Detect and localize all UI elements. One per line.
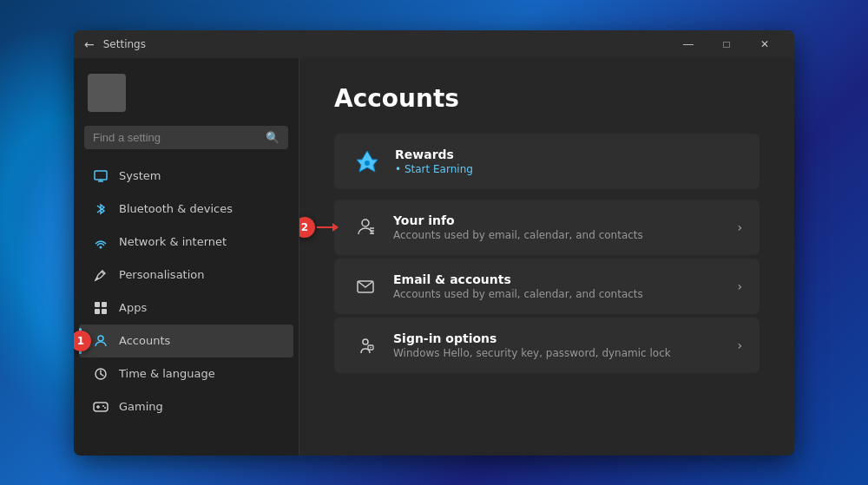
svg-rect-7 — [102, 302, 107, 307]
svg-rect-0 — [95, 171, 107, 180]
your-info-text: Your info Accounts used by email, calend… — [393, 213, 723, 241]
rewards-text: Rewards • Start Earning — [395, 147, 473, 175]
rewards-section[interactable]: Rewards • Start Earning — [334, 134, 760, 189]
main-content: Accounts Rewards • Start Earning — [299, 58, 794, 456]
your-info-item[interactable]: Your info Accounts used by email, calend… — [334, 200, 760, 255]
chevron-right-icon: › — [737, 220, 742, 234]
back-button[interactable]: ← — [84, 37, 95, 51]
network-icon — [93, 234, 108, 250]
sidebar-item-personalisation[interactable]: Personalisation — [79, 259, 293, 292]
sidebar-item-accounts[interactable]: Accounts 1 — [79, 324, 293, 357]
sidebar-item-apps[interactable]: Apps — [79, 292, 293, 324]
sidebar: 🔍 System — [74, 58, 299, 456]
annotation-2: 2 — [299, 217, 315, 238]
sidebar-item-system[interactable]: System — [79, 160, 293, 193]
page-title: Accounts — [334, 84, 760, 113]
email-accounts-description: Accounts used by email, calendar, and co… — [393, 288, 723, 300]
system-icon — [93, 168, 108, 184]
your-info-description: Accounts used by email, calendar, and co… — [393, 229, 723, 241]
close-button[interactable]: ✕ — [746, 30, 784, 58]
sign-in-title: Sign-in options — [393, 331, 723, 345]
email-accounts-text: Email & accounts Accounts used by email,… — [393, 272, 723, 300]
content-area: 🔍 System — [74, 58, 794, 456]
sidebar-item-gaming[interactable]: Gaming — [79, 390, 293, 423]
search-icon: 🔍 — [266, 131, 279, 144]
settings-window: ← Settings — □ ✕ 🔍 — [74, 30, 794, 456]
svg-point-10 — [98, 336, 103, 341]
sidebar-item-label: Personalisation — [119, 268, 205, 281]
svg-point-16 — [104, 407, 106, 409]
avatar-area — [74, 67, 299, 119]
personalisation-icon — [93, 267, 108, 283]
rewards-icon — [352, 146, 383, 177]
sidebar-item-bluetooth[interactable]: Bluetooth & devices — [79, 193, 293, 226]
sidebar-item-label: Network & internet — [119, 235, 227, 248]
svg-point-18 — [362, 220, 369, 226]
annotation-1: 1 — [74, 331, 91, 351]
svg-point-15 — [102, 405, 104, 407]
sidebar-item-label: System — [119, 169, 161, 182]
email-accounts-title: Email & accounts — [393, 272, 723, 286]
svg-point-26 — [370, 346, 372, 348]
svg-rect-8 — [95, 309, 100, 314]
time-icon — [93, 366, 108, 382]
window-controls: — □ ✕ — [669, 30, 784, 58]
chevron-right-icon: › — [737, 338, 742, 352]
chevron-right-icon: › — [737, 279, 742, 293]
sidebar-item-label: Gaming — [119, 400, 163, 413]
rewards-subtitle: • Start Earning — [395, 163, 473, 175]
apps-icon — [93, 300, 108, 316]
gaming-icon — [93, 399, 108, 415]
svg-point-3 — [100, 246, 102, 248]
window-title: Settings — [103, 38, 669, 50]
sign-in-text: Sign-in options Windows Hello, security … — [393, 331, 723, 359]
svg-rect-12 — [94, 403, 108, 411]
sidebar-item-time[interactable]: Time & language — [79, 357, 293, 390]
accounts-icon — [93, 333, 108, 349]
avatar — [88, 74, 126, 112]
annotation-arrow-2 — [317, 223, 339, 232]
sidebar-item-label: Accounts — [119, 334, 170, 347]
nav-items: System Bluetooth & devices — [74, 156, 299, 456]
sign-in-item[interactable]: Sign-in options Windows Hello, security … — [334, 318, 760, 373]
titlebar: ← Settings — □ ✕ — [74, 30, 794, 58]
svg-rect-6 — [95, 302, 100, 307]
search-input[interactable] — [93, 131, 259, 144]
minimize-button[interactable]: — — [669, 30, 707, 58]
svg-point-17 — [365, 161, 370, 166]
email-icon — [352, 272, 379, 300]
sign-in-icon — [352, 331, 379, 359]
your-info-icon — [352, 213, 379, 241]
rewards-title: Rewards — [395, 147, 473, 161]
sidebar-item-label: Time & language — [119, 367, 215, 380]
svg-point-24 — [363, 339, 368, 344]
sidebar-item-label: Bluetooth & devices — [119, 202, 233, 215]
bluetooth-icon — [93, 201, 108, 217]
svg-rect-9 — [102, 309, 107, 314]
your-info-title: Your info — [393, 213, 723, 227]
sidebar-item-network[interactable]: Network & internet — [79, 226, 293, 259]
sign-in-description: Windows Hello, security key, password, d… — [393, 347, 723, 359]
sidebar-item-label: Apps — [119, 301, 147, 314]
email-accounts-item[interactable]: Email & accounts Accounts used by email,… — [334, 259, 760, 314]
search-box[interactable]: 🔍 — [84, 126, 288, 149]
maximize-button[interactable]: □ — [707, 30, 746, 58]
